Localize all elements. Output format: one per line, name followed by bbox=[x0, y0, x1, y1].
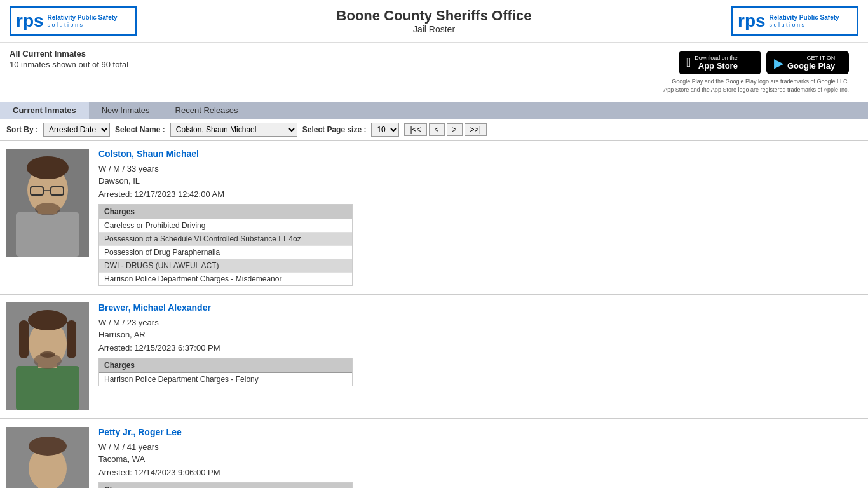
inmate-photo-3 bbox=[6, 427, 89, 488]
nav-prev-button[interactable]: < bbox=[429, 123, 445, 136]
sort-by-select[interactable]: Arrested Date bbox=[43, 123, 110, 137]
svg-point-13 bbox=[28, 310, 67, 330]
inmate-location-3: Tacoma, WA bbox=[98, 454, 862, 464]
svg-rect-1 bbox=[16, 212, 79, 257]
charges-header-1: Charges bbox=[99, 205, 352, 219]
appstore-line1: Download on the bbox=[695, 55, 738, 61]
page-title-block: Boone County Sheriffs Office Jail Roster bbox=[337, 8, 532, 34]
inmate-name-3[interactable]: Petty Jr., Roger Lee bbox=[98, 427, 862, 437]
tab-current-inmates[interactable]: Current Inmates bbox=[0, 102, 89, 119]
inmate-name-2[interactable]: Brewer, Michael Alexander bbox=[98, 302, 862, 313]
controls-bar: Sort By : Arrested Date Select Name : Co… bbox=[0, 119, 868, 141]
svg-point-4 bbox=[27, 156, 69, 179]
svg-rect-10 bbox=[16, 366, 79, 410]
select-name-label: Select Name : bbox=[115, 125, 165, 134]
photo-svg-3 bbox=[6, 427, 89, 488]
logo-right: rps Relativity Public Safety s o l u t i… bbox=[731, 6, 858, 36]
charge-row: Harrison Police Department Charges - Fel… bbox=[99, 373, 352, 386]
googleplay-icon: ▶ bbox=[774, 55, 783, 71]
inmate-photo-1 bbox=[6, 149, 89, 257]
svg-point-17 bbox=[40, 351, 55, 358]
nav-first-button[interactable]: |<< bbox=[404, 123, 426, 136]
inmate-details-2: Brewer, Michael Alexander W / M / 23 yea… bbox=[98, 302, 862, 410]
tab-recent-releases[interactable]: Recent Releases bbox=[163, 102, 251, 119]
name-select[interactable]: Colston, Shaun Michael bbox=[170, 123, 297, 137]
charge-row: Careless or Prohibited Driving bbox=[99, 219, 352, 233]
svg-point-22 bbox=[29, 437, 67, 456]
page-size-label: Select Page size : bbox=[302, 125, 367, 134]
logo-rps-text: rps bbox=[16, 11, 44, 31]
appstore-badge[interactable]:  Download on the App Store bbox=[679, 51, 761, 74]
inmate-entry: Brewer, Michael Alexander W / M / 23 yea… bbox=[0, 295, 868, 419]
inmate-list: Colston, Shaun Michael W / M / 33 years … bbox=[0, 141, 868, 488]
office-title: Boone County Sheriffs Office bbox=[337, 8, 532, 24]
tab-bar: Current Inmates New Inmates Recent Relea… bbox=[0, 102, 868, 119]
inmate-details-3: Petty Jr., Roger Lee W / M / 41 years Ta… bbox=[98, 427, 862, 488]
logo-tagline: Relativity Public Safety s o l u t i o n… bbox=[48, 13, 118, 29]
inmate-name-1[interactable]: Colston, Shaun Michael bbox=[98, 149, 862, 159]
inmate-count-block: All Current Inmates 10 inmates shown out… bbox=[10, 48, 128, 71]
app-store-area:  Download on the App Store ▶ GET IT ON … bbox=[654, 48, 858, 97]
googleplay-line1: GET IT ON bbox=[787, 55, 835, 61]
photo-svg-1 bbox=[6, 149, 89, 257]
charge-row: DWI - DRUGS (UNLAWFUL ACT) bbox=[99, 259, 352, 273]
logo-tagline-right: Relativity Public Safety s o l u t i o n… bbox=[770, 13, 839, 29]
inmate-arrested-2: Arrested: 12/15/2023 6:37:00 PM bbox=[98, 343, 862, 353]
charges-table-3: Charges bbox=[98, 482, 353, 488]
app-disclaimer: Google Play and the Google Play logo are… bbox=[663, 78, 849, 93]
charge-row: Possession of a Schedule VI Controlled S… bbox=[99, 233, 352, 246]
charges-table-1: Charges Careless or Prohibited Driving P… bbox=[98, 204, 353, 286]
nav-next-button[interactable]: > bbox=[447, 123, 463, 136]
charge-row: Harrison Police Department Charges - Mis… bbox=[99, 273, 352, 285]
roster-subtitle: Jail Roster bbox=[337, 24, 532, 34]
page-header: rps Relativity Public Safety s o l u t i… bbox=[0, 0, 868, 43]
appstore-line2: App Store bbox=[695, 61, 738, 71]
apple-icon:  bbox=[686, 55, 691, 70]
inmate-photo-2 bbox=[6, 302, 89, 410]
tab-new-inmates[interactable]: New Inmates bbox=[89, 102, 163, 119]
inmate-entry: Colston, Shaun Michael W / M / 33 years … bbox=[0, 141, 868, 295]
inmate-demographics-3: W / M / 41 years bbox=[98, 442, 862, 452]
inmate-demographics-2: W / M / 23 years bbox=[98, 318, 862, 327]
sort-by-label: Sort By : bbox=[6, 125, 38, 134]
charges-header-2: Charges bbox=[99, 358, 352, 373]
pagination-controls: |<< < > >>| bbox=[404, 123, 486, 136]
inmate-details-1: Colston, Shaun Michael W / M / 33 years … bbox=[98, 149, 862, 286]
googleplay-badge[interactable]: ▶ GET IT ON Google Play bbox=[766, 51, 849, 74]
svg-rect-14 bbox=[19, 320, 29, 358]
charges-table-2: Charges Harrison Police Department Charg… bbox=[98, 358, 353, 386]
inmate-location-2: Harrison, AR bbox=[98, 330, 862, 339]
inmate-arrested-3: Arrested: 12/14/2023 9:06:00 PM bbox=[98, 468, 862, 477]
inmate-location-1: Dawson, IL bbox=[98, 176, 862, 186]
app-badges:  Download on the App Store ▶ GET IT ON … bbox=[679, 51, 849, 74]
nav-last-button[interactable]: >>| bbox=[465, 123, 487, 136]
all-inmates-label: All Current Inmates bbox=[10, 49, 86, 58]
charge-row: Possession of Drug Paraphernalia bbox=[99, 246, 352, 259]
charges-header-3: Charges bbox=[99, 483, 352, 488]
googleplay-line2: Google Play bbox=[787, 61, 835, 71]
inmate-arrested-1: Arrested: 12/17/2023 12:42:00 AM bbox=[98, 189, 862, 199]
logo-rps-text-right: rps bbox=[738, 11, 766, 31]
inmate-total-label: 10 inmates shown out of 90 total bbox=[10, 60, 128, 69]
page-size-select[interactable]: 10 bbox=[371, 123, 399, 137]
svg-rect-15 bbox=[67, 320, 76, 358]
logo-left: rps Relativity Public Safety s o l u t i… bbox=[10, 6, 137, 36]
photo-svg-2 bbox=[6, 302, 89, 410]
svg-point-8 bbox=[35, 203, 60, 215]
inmate-demographics-1: W / M / 33 years bbox=[98, 164, 862, 173]
inmate-entry: Petty Jr., Roger Lee W / M / 41 years Ta… bbox=[0, 419, 868, 488]
